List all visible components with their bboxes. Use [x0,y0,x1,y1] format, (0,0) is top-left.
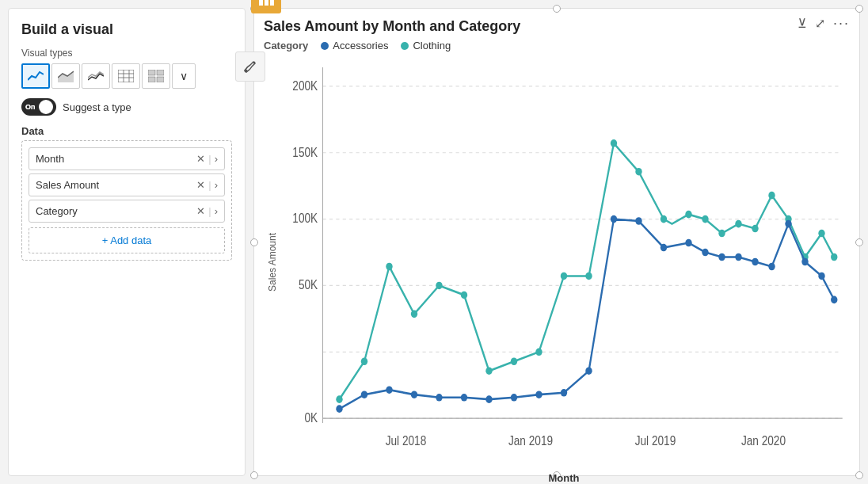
vis-type-table[interactable] [112,63,140,89]
legend-clothing: Clothing [401,40,451,51]
svg-rect-12 [270,0,274,6]
visual-types-row: ∨ [21,63,232,89]
suggest-type-label: Suggest a type [63,101,131,113]
chart-legend: Category Accessories Clothing [264,40,847,51]
vis-type-matrix[interactable] [142,63,170,89]
field-month-name: Month [36,153,196,165]
svg-rect-1 [118,70,134,82]
svg-point-35 [411,311,417,318]
field-category-arrow[interactable]: › [215,205,218,217]
svg-point-61 [461,394,467,402]
svg-point-47 [702,215,708,223]
chart-area: ⊻ ⤢ ··· Sales Amount by Month and Catego… [253,8,860,476]
svg-point-75 [768,263,775,271]
handle-mr[interactable] [855,238,863,246]
field-category-name: Category [36,205,196,217]
svg-point-41 [561,272,567,280]
svg-point-68 [635,217,641,225]
field-month-remove[interactable]: ✕ [196,153,205,165]
handle-tm[interactable] [553,5,561,13]
svg-point-49 [735,220,741,228]
chart-inner: 200K 150K 100K 50K 0K Jul 2018 Jan 2019 … [281,58,847,466]
add-data-button[interactable]: + Add data [29,227,225,253]
accessories-dot [321,42,329,50]
field-month-arrow[interactable]: › [215,153,218,165]
handle-ml[interactable] [250,238,258,246]
field-category-actions: ✕ | › [196,205,218,217]
chart-type-icon[interactable] [251,0,281,13]
field-sales-amount-arrow[interactable]: › [215,179,218,191]
field-category-remove[interactable]: ✕ [196,205,205,217]
svg-point-48 [718,230,725,238]
vis-type-multiline[interactable] [82,63,110,89]
svg-point-64 [535,391,542,398]
svg-point-42 [585,272,592,280]
svg-point-72 [718,253,725,261]
svg-point-40 [535,348,542,356]
format-icon[interactable] [235,51,265,82]
clothing-dot [401,42,409,50]
suggest-type-toggle[interactable]: On [21,98,56,116]
data-fields: Month ✕ | › Sales Amount ✕ | › [21,140,232,261]
build-visual-panel: Build a visual Visual types [8,8,246,476]
svg-text:200K: 200K [292,79,318,93]
legend-category-label: Category [264,40,308,51]
svg-point-60 [436,394,442,402]
chart-title: Sales Amount by Month and Category [264,18,847,35]
toggle-on-label: On [25,103,36,111]
field-month-actions: ✕ | › [196,153,218,165]
svg-point-44 [635,168,641,176]
svg-point-58 [386,386,392,394]
svg-point-13 [245,70,248,73]
svg-point-67 [611,215,617,223]
svg-text:100K: 100K [292,212,318,226]
svg-point-38 [485,367,492,375]
svg-rect-8 [148,77,155,82]
svg-rect-10 [259,0,263,6]
svg-text:Jul 2018: Jul 2018 [386,434,427,448]
handle-br[interactable] [855,471,863,479]
handle-tr[interactable] [855,5,863,13]
field-category[interactable]: Category ✕ | › [29,200,225,223]
x-axis-label: Month [281,469,847,484]
svg-rect-7 [157,70,164,75]
svg-point-69 [661,244,667,252]
y-axis-label: Sales Amount [264,58,281,466]
svg-point-32 [336,395,342,403]
field-month[interactable]: Month ✕ | › [29,147,225,170]
svg-point-66 [585,367,592,375]
svg-point-55 [831,253,837,261]
svg-point-74 [752,258,758,266]
handle-bl[interactable] [250,471,258,479]
svg-point-46 [685,211,691,219]
accessories-label: Accessories [333,40,388,51]
svg-point-43 [611,139,617,147]
svg-point-33 [361,357,367,365]
field-sales-amount-remove[interactable]: ✕ [196,179,205,191]
field-sales-amount-actions: ✕ | › [196,179,218,191]
svg-point-73 [735,253,741,261]
more-icon[interactable]: ··· [833,15,850,32]
svg-point-71 [702,249,708,257]
panel-title: Build a visual [21,21,232,38]
vis-type-area[interactable] [51,63,80,89]
svg-rect-9 [157,77,164,82]
filter-icon[interactable]: ⊻ [798,16,807,31]
svg-point-79 [831,296,837,304]
svg-point-65 [561,389,567,397]
field-sales-amount[interactable]: Sales Amount ✕ | › [29,173,225,196]
svg-point-59 [411,391,417,398]
visual-types-more[interactable]: ∨ [172,63,196,89]
svg-point-45 [661,215,667,223]
svg-point-36 [436,282,442,290]
vis-type-line[interactable] [21,63,50,89]
svg-point-37 [461,292,467,299]
svg-text:150K: 150K [292,146,318,159]
svg-text:Jan 2020: Jan 2020 [741,434,786,448]
svg-point-50 [752,225,758,233]
toggle-knob [39,100,53,114]
svg-point-56 [336,405,342,413]
svg-point-57 [361,391,367,398]
expand-icon[interactable]: ⤢ [815,16,825,31]
field-sales-amount-name: Sales Amount [36,179,196,191]
